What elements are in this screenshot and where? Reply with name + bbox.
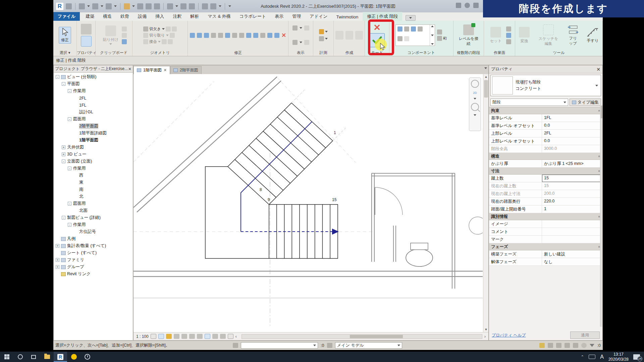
properties-header[interactable]: プロパティ ✕ (489, 65, 602, 73)
tree-item[interactable]: 北面 (54, 207, 133, 214)
mirror-axis-icon[interactable] (204, 33, 209, 38)
tab-structure[interactable]: 構造 (99, 12, 116, 21)
scroll-up-icon[interactable]: ▲ (483, 74, 488, 79)
tag-icon[interactable] (146, 3, 152, 9)
u-shape-stair-icon[interactable] (397, 36, 402, 41)
scroll-down-icon[interactable]: ▼ (483, 327, 488, 332)
revit-logo-icon[interactable]: R (56, 3, 63, 10)
stair-run-path[interactable] (241, 122, 333, 232)
match-type-icon[interactable] (122, 39, 127, 44)
active-workset-combo[interactable] (241, 342, 318, 349)
unjoin-icon[interactable] (162, 39, 167, 44)
cope-icon[interactable] (143, 26, 148, 32)
detail-level-icon[interactable] (151, 334, 156, 339)
plan-view-canvas[interactable]: 1 8 9 15 2D ▲ ▼ (133, 74, 488, 332)
create-group-icon[interactable] (335, 31, 343, 40)
type-selector[interactable]: 現場打ち階段 コンクリート (490, 75, 601, 96)
override-graphics-icon[interactable] (304, 40, 309, 45)
family-types-icon[interactable] (81, 36, 92, 47)
tree-item[interactable]: +3D ビュー (54, 151, 133, 158)
measure-tool-icon[interactable] (319, 29, 324, 34)
panel-label-properties[interactable]: プロパティ (77, 50, 95, 56)
tree-item[interactable]: 1FL (54, 102, 133, 109)
tree-item[interactable]: +天井伏図 (54, 144, 133, 151)
recorder-app-button[interactable] (80, 352, 94, 362)
window-menu-icon[interactable] (66, 3, 72, 9)
switch-windows-icon[interactable] (210, 3, 216, 9)
property-row[interactable]: 構築フェーズ新しい建設 (489, 250, 602, 258)
stair-sketch[interactable] (205, 103, 338, 258)
steering-wheel-icon[interactable] (471, 80, 479, 88)
property-row[interactable]: イメージ (489, 220, 602, 228)
create-assembly-icon[interactable] (345, 31, 353, 40)
edit-sketch-button[interactable]: スケッチを編集 (536, 24, 561, 47)
modify-button[interactable]: 修正 (59, 27, 71, 44)
array-icon[interactable] (225, 33, 230, 38)
copy-modify-icon[interactable] (253, 33, 258, 38)
rotate-icon[interactable] (260, 33, 265, 38)
home-icon[interactable] (79, 3, 85, 9)
paste-button[interactable]: 貼り付け (101, 25, 121, 46)
pin-icon[interactable] (239, 33, 244, 38)
tree-item[interactable]: 西 (54, 172, 133, 179)
paint-icon[interactable] (172, 26, 177, 32)
property-row[interactable]: 解体フェーズなし (489, 258, 602, 266)
design-options-icon[interactable] (327, 343, 332, 348)
tree-item[interactable]: シート (すべて) (54, 249, 133, 256)
aligned-dimension-icon[interactable] (137, 3, 143, 9)
tab-systems[interactable]: 設備 (133, 12, 151, 21)
panel-label-measure[interactable]: 計測 (313, 50, 333, 56)
show-workplane-icon[interactable] (506, 26, 511, 32)
ime-indicator[interactable]: A (600, 354, 604, 360)
thin-lines-icon[interactable] (189, 3, 195, 9)
panel-label-create[interactable]: 作成 (334, 50, 365, 56)
property-row[interactable]: 基準レベル1FL (489, 114, 602, 122)
tree-item[interactable]: +ファミリ (54, 256, 133, 263)
cut-icon[interactable] (122, 26, 127, 32)
vertical-scroll-thumb[interactable] (484, 80, 488, 98)
tab-massing-site[interactable]: マス & 外構 (203, 12, 235, 21)
create-parts-icon[interactable] (355, 31, 363, 40)
ribbon-display-toggle[interactable] (406, 15, 416, 21)
mirror-pick-icon[interactable] (211, 33, 216, 38)
close-hidden-windows-icon[interactable] (202, 3, 208, 9)
properties-scroll-thumb[interactable] (601, 106, 602, 118)
join-icon[interactable] (143, 39, 148, 44)
temporary-view-properties-icon[interactable] (212, 334, 218, 339)
undo-icon[interactable] (92, 3, 98, 9)
tab-steel[interactable]: 鉄骨 (116, 12, 133, 21)
linework-icon[interactable] (292, 40, 298, 45)
spiral-stair-icon[interactable] (404, 26, 409, 32)
show-crop-region-icon[interactable] (189, 334, 195, 339)
help-icon[interactable] (473, 3, 479, 8)
tree-item[interactable]: 設計GL (54, 109, 133, 116)
tree-item[interactable]: +グループ (54, 263, 133, 270)
search-icon[interactable] (456, 3, 461, 8)
panel-label-geometry[interactable]: ジオメトリ (132, 50, 188, 56)
tab-manage[interactable]: 管理 (288, 12, 305, 21)
vertical-scrollbar[interactable]: ▲ ▼ (483, 74, 488, 332)
tree-item[interactable]: 方位記号 (54, 228, 133, 235)
landing-icon[interactable] (437, 29, 442, 35)
move-icon[interactable] (246, 33, 251, 38)
redo-icon[interactable] (106, 3, 112, 9)
tree-item[interactable]: -作業用 (54, 221, 133, 228)
property-row[interactable]: コメント (489, 228, 602, 236)
align-icon[interactable] (190, 33, 195, 38)
railing-button[interactable]: 手すり (585, 26, 601, 44)
background-processes-icon[interactable] (581, 343, 587, 348)
tree-item[interactable]: -製図ビュー (詳細) (54, 214, 133, 221)
tree-item[interactable]: -図面用 (54, 200, 133, 207)
property-row[interactable]: 上部レベル オフセット0.0 (489, 137, 602, 145)
reveal-constraints-icon[interactable] (292, 25, 298, 31)
view-tab-1f-plan[interactable]: 1階平面図 ✕ (133, 66, 170, 74)
3d-view-icon[interactable] (167, 3, 173, 9)
connect-levels-button[interactable]: レベルを接続 (455, 24, 482, 47)
sun-path-icon[interactable] (166, 334, 172, 339)
zoom-dropdown-icon[interactable] (474, 114, 476, 116)
drag-on-selection-icon[interactable] (573, 343, 578, 348)
task-view-button[interactable] (27, 352, 40, 362)
select-links-icon[interactable] (539, 343, 545, 348)
straight-run-icon[interactable] (397, 26, 402, 32)
panel-label-select[interactable]: 選択 ▾ (53, 50, 76, 56)
